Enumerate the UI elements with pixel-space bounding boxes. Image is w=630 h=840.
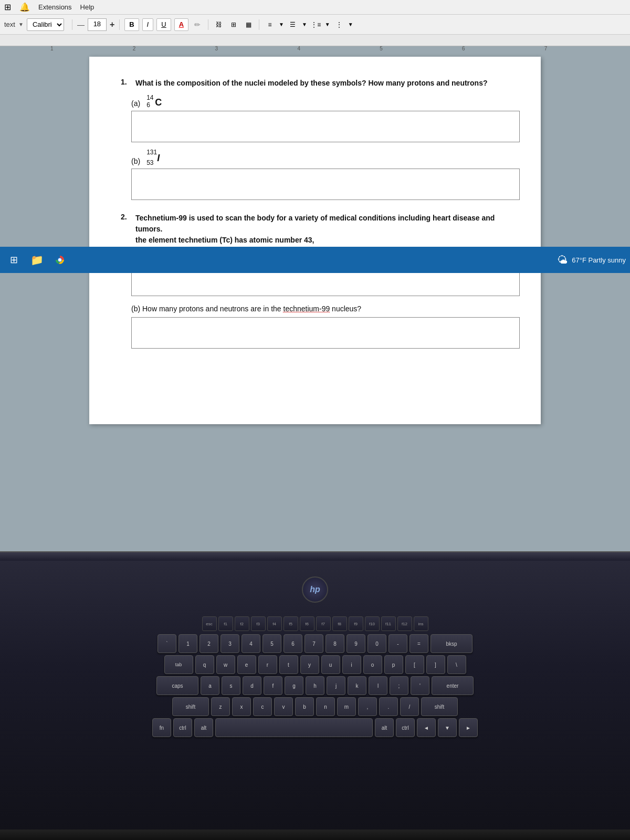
font-color-button[interactable]: A <box>174 18 188 31</box>
key-ralt[interactable]: alt <box>375 718 394 737</box>
ruler-6: 6 <box>462 46 465 51</box>
key-f7[interactable]: f7 <box>316 616 331 631</box>
key-tab[interactable]: tab <box>164 655 193 674</box>
key-fn[interactable]: fn <box>152 718 171 737</box>
key-9[interactable]: 9 <box>346 634 365 653</box>
key-f12[interactable]: f12 <box>397 616 412 631</box>
menu-bar: ⊞ 🔔 Extensions Help <box>0 0 630 15</box>
key-left[interactable]: ◄ <box>417 718 436 737</box>
key-right[interactable]: ► <box>459 718 478 737</box>
key-t[interactable]: t <box>279 655 298 674</box>
link-icon[interactable]: ⛓ <box>213 19 225 30</box>
key-1[interactable]: 1 <box>178 634 197 653</box>
key-backslash[interactable]: \ <box>447 655 466 674</box>
key-equals[interactable]: = <box>410 634 428 653</box>
key-rbracket[interactable]: ] <box>426 655 445 674</box>
bold-button[interactable]: B <box>124 18 139 31</box>
key-o[interactable]: o <box>363 655 382 674</box>
key-7[interactable]: 7 <box>304 634 323 653</box>
key-f11[interactable]: f11 <box>381 616 396 631</box>
key-n[interactable]: n <box>316 697 335 716</box>
key-j[interactable]: j <box>327 676 345 695</box>
underline-button[interactable]: U <box>156 18 171 31</box>
key-3[interactable]: 3 <box>220 634 239 653</box>
key-minus[interactable]: - <box>388 634 407 653</box>
taskbar-chrome-icon[interactable] <box>50 250 69 269</box>
font-size-box[interactable]: 18 <box>88 18 107 31</box>
key-s[interactable]: s <box>222 676 240 695</box>
key-l[interactable]: l <box>369 676 387 695</box>
key-lbracket[interactable]: [ <box>405 655 424 674</box>
key-lctrl[interactable]: ctrl <box>173 718 192 737</box>
key-b[interactable]: b <box>295 697 314 716</box>
key-f3[interactable]: f3 <box>251 616 266 631</box>
key-5[interactable]: 5 <box>262 634 281 653</box>
key-backspace[interactable]: bksp <box>430 634 472 653</box>
q1a-answer-box[interactable] <box>131 111 520 142</box>
key-v[interactable]: v <box>274 697 293 716</box>
key-e[interactable]: e <box>237 655 256 674</box>
key-g[interactable]: g <box>285 676 303 695</box>
key-semicolon[interactable]: ; <box>390 676 408 695</box>
key-a[interactable]: a <box>201 676 219 695</box>
key-f2[interactable]: f2 <box>235 616 249 631</box>
key-q[interactable]: q <box>195 655 214 674</box>
key-lalt[interactable]: alt <box>194 718 213 737</box>
align-icon[interactable]: ≡ <box>264 19 276 30</box>
key-f8[interactable]: f8 <box>332 616 347 631</box>
more-icon[interactable]: ⋮ <box>333 19 345 30</box>
key-f4[interactable]: f4 <box>267 616 282 631</box>
key-0[interactable]: 0 <box>368 634 386 653</box>
key-f9[interactable]: f9 <box>349 616 363 631</box>
taskbar-folder-icon[interactable]: 📁 <box>27 250 46 269</box>
key-x[interactable]: x <box>232 697 251 716</box>
key-m[interactable]: m <box>337 697 356 716</box>
key-caps[interactable]: caps <box>156 676 198 695</box>
taskbar-grid-icon[interactable]: ⊞ <box>4 250 23 269</box>
key-f5[interactable]: f5 <box>284 616 298 631</box>
key-comma[interactable]: , <box>358 697 377 716</box>
key-lshift[interactable]: shift <box>172 697 209 716</box>
key-r[interactable]: r <box>258 655 277 674</box>
italic-button[interactable]: I <box>142 18 154 31</box>
key-rctrl[interactable]: ctrl <box>396 718 415 737</box>
key-d[interactable]: d <box>243 676 261 695</box>
font-selector[interactable]: Calibri <box>27 18 64 31</box>
key-p[interactable]: p <box>384 655 403 674</box>
indent-icon[interactable]: ⋮≡ <box>310 19 322 30</box>
insert-icon[interactable]: ⊞ <box>228 19 239 30</box>
menu-help[interactable]: Help <box>80 3 94 11</box>
key-rshift[interactable]: shift <box>421 697 458 716</box>
key-h[interactable]: h <box>306 676 324 695</box>
key-quote[interactable]: ' <box>411 676 429 695</box>
highlighter-icon[interactable]: ✏ <box>192 19 203 30</box>
key-f[interactable]: f <box>264 676 282 695</box>
menu-extensions[interactable]: Extensions <box>38 3 72 11</box>
key-period[interactable]: . <box>379 697 398 716</box>
key-u[interactable]: u <box>321 655 340 674</box>
key-k[interactable]: k <box>348 676 366 695</box>
key-y[interactable]: y <box>300 655 319 674</box>
key-space[interactable] <box>215 718 373 737</box>
table-icon[interactable]: ▦ <box>243 19 254 30</box>
key-i[interactable]: i <box>342 655 361 674</box>
key-f10[interactable]: f10 <box>365 616 380 631</box>
key-w[interactable]: w <box>216 655 235 674</box>
key-down[interactable]: ▼ <box>438 718 457 737</box>
key-ins[interactable]: ins <box>414 616 428 631</box>
key-backtick[interactable]: ` <box>158 634 176 653</box>
key-f6[interactable]: f6 <box>300 616 314 631</box>
key-6[interactable]: 6 <box>284 634 302 653</box>
q2b-answer-box[interactable] <box>131 317 520 349</box>
key-enter[interactable]: enter <box>432 676 474 695</box>
list-icon[interactable]: ☰ <box>287 19 299 30</box>
key-z[interactable]: z <box>211 697 230 716</box>
key-2[interactable]: 2 <box>200 634 218 653</box>
key-f1[interactable]: f1 <box>218 616 233 631</box>
key-4[interactable]: 4 <box>242 634 260 653</box>
key-8[interactable]: 8 <box>326 634 344 653</box>
key-c[interactable]: c <box>253 697 272 716</box>
key-slash[interactable]: / <box>400 697 419 716</box>
q1b-answer-box[interactable] <box>131 169 520 200</box>
key-esc[interactable]: esc <box>202 616 217 631</box>
